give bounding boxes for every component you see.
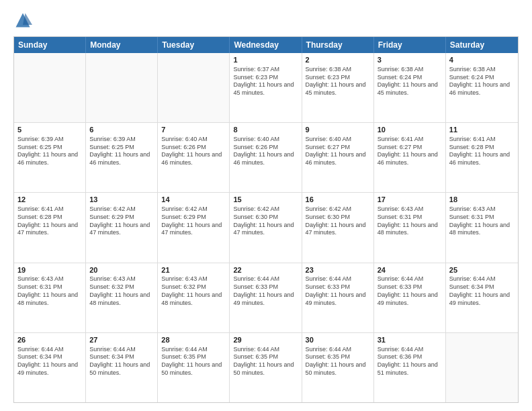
calendar-cell: 9Sunrise: 6:40 AM Sunset: 6:27 PM Daylig…: [302, 123, 374, 192]
cell-info: Sunrise: 6:42 AM Sunset: 6:29 PM Dayligh…: [161, 205, 226, 237]
calendar-cell: 31Sunrise: 6:44 AM Sunset: 6:36 PM Dayli…: [374, 333, 446, 402]
calendar-cell: 20Sunrise: 6:43 AM Sunset: 6:32 PM Dayli…: [86, 263, 158, 332]
cell-info: Sunrise: 6:39 AM Sunset: 6:25 PM Dayligh…: [17, 136, 82, 167]
weekday-header: Wednesday: [230, 37, 302, 53]
calendar-cell: 26Sunrise: 6:44 AM Sunset: 6:34 PM Dayli…: [14, 333, 86, 402]
calendar-cell: 1Sunrise: 6:37 AM Sunset: 6:23 PM Daylig…: [230, 53, 302, 122]
weekday-header: Friday: [374, 37, 446, 53]
calendar-cell: 16Sunrise: 6:42 AM Sunset: 6:30 PM Dayli…: [302, 193, 374, 262]
day-number: 12: [17, 195, 82, 205]
calendar-cell: 3Sunrise: 6:38 AM Sunset: 6:24 PM Daylig…: [374, 53, 446, 122]
cell-info: Sunrise: 6:38 AM Sunset: 6:24 PM Dayligh…: [378, 66, 442, 97]
calendar-cell: 10Sunrise: 6:41 AM Sunset: 6:27 PM Dayli…: [374, 123, 446, 192]
day-number: 27: [89, 335, 154, 345]
cell-info: Sunrise: 6:41 AM Sunset: 6:28 PM Dayligh…: [17, 205, 82, 237]
page: SundayMondayTuesdayWednesdayThursdayFrid…: [0, 0, 532, 411]
calendar-cell: 25Sunrise: 6:44 AM Sunset: 6:34 PM Dayli…: [446, 263, 518, 332]
day-number: 9: [306, 125, 370, 135]
header: [13, 11, 519, 30]
day-number: 16: [306, 195, 370, 205]
calendar-cell: 18Sunrise: 6:43 AM Sunset: 6:31 PM Dayli…: [446, 193, 518, 262]
svg-marker-1: [23, 13, 32, 26]
calendar-cell: 27Sunrise: 6:44 AM Sunset: 6:34 PM Dayli…: [86, 333, 158, 402]
day-number: 21: [161, 265, 226, 275]
weekday-header: Saturday: [446, 37, 518, 53]
cell-info: Sunrise: 6:39 AM Sunset: 6:25 PM Dayligh…: [89, 136, 154, 167]
calendar-cell: 13Sunrise: 6:42 AM Sunset: 6:29 PM Dayli…: [86, 193, 158, 262]
calendar-cell: 11Sunrise: 6:41 AM Sunset: 6:28 PM Dayli…: [446, 123, 518, 192]
cell-info: Sunrise: 6:44 AM Sunset: 6:35 PM Dayligh…: [306, 346, 370, 377]
day-number: 22: [233, 265, 298, 275]
calendar-cell: 2Sunrise: 6:38 AM Sunset: 6:23 PM Daylig…: [302, 53, 374, 122]
cell-info: Sunrise: 6:44 AM Sunset: 6:36 PM Dayligh…: [378, 346, 442, 377]
calendar-cell: 30Sunrise: 6:44 AM Sunset: 6:35 PM Dayli…: [302, 333, 374, 402]
calendar-cell: [86, 53, 158, 122]
calendar-row: 26Sunrise: 6:44 AM Sunset: 6:34 PM Dayli…: [14, 332, 518, 402]
calendar-cell: 29Sunrise: 6:44 AM Sunset: 6:35 PM Dayli…: [230, 333, 302, 402]
calendar-cell: 5Sunrise: 6:39 AM Sunset: 6:25 PM Daylig…: [14, 123, 86, 192]
cell-info: Sunrise: 6:41 AM Sunset: 6:27 PM Dayligh…: [378, 136, 442, 167]
cell-info: Sunrise: 6:38 AM Sunset: 6:24 PM Dayligh…: [449, 66, 515, 97]
logo: [13, 11, 35, 30]
cell-info: Sunrise: 6:40 AM Sunset: 6:26 PM Dayligh…: [161, 136, 226, 167]
cell-info: Sunrise: 6:44 AM Sunset: 6:33 PM Dayligh…: [233, 275, 298, 307]
day-number: 1: [233, 55, 298, 65]
cell-info: Sunrise: 6:43 AM Sunset: 6:31 PM Dayligh…: [449, 205, 515, 237]
calendar-cell: 4Sunrise: 6:38 AM Sunset: 6:24 PM Daylig…: [446, 53, 518, 122]
cell-info: Sunrise: 6:40 AM Sunset: 6:26 PM Dayligh…: [233, 136, 298, 167]
calendar-row: 19Sunrise: 6:43 AM Sunset: 6:31 PM Dayli…: [14, 263, 518, 332]
calendar-cell: [14, 53, 86, 122]
calendar-cell: [158, 53, 230, 122]
calendar-cell: 21Sunrise: 6:43 AM Sunset: 6:32 PM Dayli…: [158, 263, 230, 332]
day-number: 4: [449, 55, 515, 65]
calendar-cell: 8Sunrise: 6:40 AM Sunset: 6:26 PM Daylig…: [230, 123, 302, 192]
day-number: 28: [161, 335, 226, 345]
day-number: 18: [449, 195, 515, 205]
cell-info: Sunrise: 6:41 AM Sunset: 6:28 PM Dayligh…: [449, 136, 515, 167]
day-number: 13: [89, 195, 154, 205]
weekday-header: Sunday: [14, 37, 86, 53]
calendar-cell: 24Sunrise: 6:44 AM Sunset: 6:33 PM Dayli…: [374, 263, 446, 332]
cell-info: Sunrise: 6:43 AM Sunset: 6:32 PM Dayligh…: [161, 275, 226, 307]
weekday-header: Monday: [86, 37, 158, 53]
day-number: 23: [306, 265, 370, 275]
calendar-cell: 15Sunrise: 6:42 AM Sunset: 6:30 PM Dayli…: [230, 193, 302, 262]
day-number: 11: [449, 125, 515, 135]
calendar-cell: 28Sunrise: 6:44 AM Sunset: 6:35 PM Dayli…: [158, 333, 230, 402]
cell-info: Sunrise: 6:44 AM Sunset: 6:33 PM Dayligh…: [378, 275, 442, 307]
day-number: 25: [449, 265, 515, 275]
cell-info: Sunrise: 6:43 AM Sunset: 6:31 PM Dayligh…: [17, 275, 82, 307]
day-number: 24: [378, 265, 442, 275]
cell-info: Sunrise: 6:44 AM Sunset: 6:33 PM Dayligh…: [306, 275, 370, 307]
cell-info: Sunrise: 6:44 AM Sunset: 6:34 PM Dayligh…: [17, 346, 82, 377]
day-number: 19: [17, 265, 82, 275]
day-number: 2: [306, 55, 370, 65]
cell-info: Sunrise: 6:44 AM Sunset: 6:35 PM Dayligh…: [161, 346, 226, 377]
logo-icon: [13, 11, 32, 30]
day-number: 5: [17, 125, 82, 135]
weekday-header: Tuesday: [158, 37, 230, 53]
day-number: 26: [17, 335, 82, 345]
calendar-cell: 17Sunrise: 6:43 AM Sunset: 6:31 PM Dayli…: [374, 193, 446, 262]
calendar-body: 1Sunrise: 6:37 AM Sunset: 6:23 PM Daylig…: [14, 53, 518, 402]
day-number: 10: [378, 125, 442, 135]
day-number: 7: [161, 125, 226, 135]
day-number: 20: [89, 265, 154, 275]
cell-info: Sunrise: 6:43 AM Sunset: 6:32 PM Dayligh…: [89, 275, 154, 307]
cell-info: Sunrise: 6:42 AM Sunset: 6:30 PM Dayligh…: [233, 205, 298, 237]
calendar-row: 5Sunrise: 6:39 AM Sunset: 6:25 PM Daylig…: [14, 122, 518, 192]
calendar-cell: 7Sunrise: 6:40 AM Sunset: 6:26 PM Daylig…: [158, 123, 230, 192]
calendar: SundayMondayTuesdayWednesdayThursdayFrid…: [13, 36, 519, 403]
cell-info: Sunrise: 6:42 AM Sunset: 6:29 PM Dayligh…: [89, 205, 154, 237]
weekday-header: Thursday: [302, 37, 374, 53]
day-number: 6: [89, 125, 154, 135]
cell-info: Sunrise: 6:44 AM Sunset: 6:34 PM Dayligh…: [449, 275, 515, 307]
calendar-cell: 19Sunrise: 6:43 AM Sunset: 6:31 PM Dayli…: [14, 263, 86, 332]
calendar-row: 1Sunrise: 6:37 AM Sunset: 6:23 PM Daylig…: [14, 53, 518, 122]
day-number: 31: [378, 335, 442, 345]
day-number: 8: [233, 125, 298, 135]
day-number: 14: [161, 195, 226, 205]
day-number: 29: [233, 335, 298, 345]
cell-info: Sunrise: 6:42 AM Sunset: 6:30 PM Dayligh…: [306, 205, 370, 237]
day-number: 3: [378, 55, 442, 65]
